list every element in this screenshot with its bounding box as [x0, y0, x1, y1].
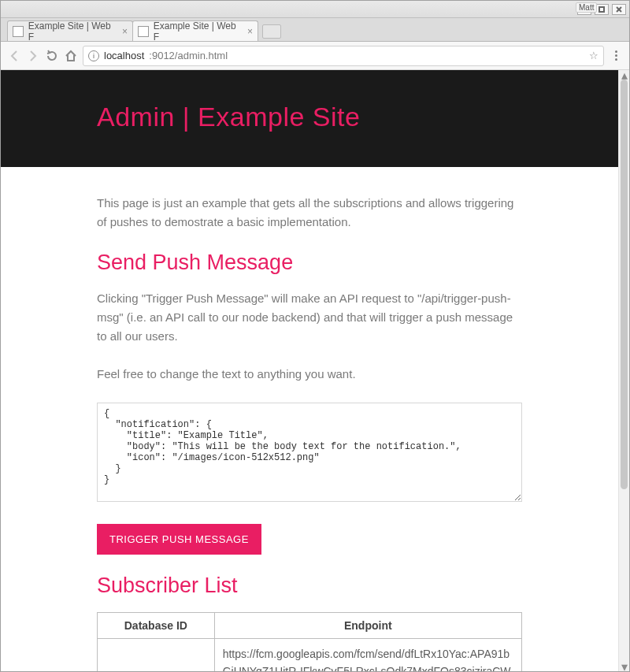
browser-toolbar: i localhost:9012/admin.html ☆	[1, 42, 629, 70]
page-header: Admin | Example Site	[1, 70, 618, 167]
cell-database-id: Iege3Q7Dxz3aVShL	[98, 639, 215, 672]
scrollbar-thumb[interactable]	[621, 80, 628, 489]
send-desc-2: Feel free to change the text to anything…	[97, 365, 522, 384]
address-host: localhost	[104, 50, 144, 61]
intro-text: This page is just an example that gets a…	[97, 194, 522, 232]
scroll-up-icon[interactable]: ▴	[619, 70, 629, 80]
scroll-down-icon[interactable]: ▾	[619, 662, 629, 671]
tab-close-icon[interactable]: ×	[122, 27, 128, 36]
trigger-push-button[interactable]: TRIGGER PUSH MESSAGE	[97, 524, 261, 555]
table-header-row: Database ID Endpoint	[98, 613, 522, 639]
send-desc-1: Clicking "Trigger Push Message" will mak…	[97, 289, 522, 346]
page-title: Admin | Example Site	[97, 102, 522, 132]
favicon-icon	[13, 26, 24, 37]
payload-textarea[interactable]	[97, 403, 522, 502]
maximize-icon	[598, 6, 605, 13]
subscriber-list-heading: Subscriber List	[97, 574, 522, 598]
favicon-icon	[138, 26, 149, 37]
back-button[interactable]	[7, 49, 21, 63]
col-database-id: Database ID	[98, 613, 215, 639]
reload-button[interactable]	[45, 49, 59, 63]
page-viewport: Admin | Example Site This page is just a…	[1, 70, 629, 671]
cell-endpoint: https://fcm.googleapis.com/fcm/send/dfLt…	[214, 639, 521, 672]
home-button[interactable]	[64, 49, 78, 63]
send-push-heading: Send Push Message	[97, 251, 522, 275]
browser-menu-button[interactable]	[609, 49, 623, 63]
window-close-button[interactable]	[612, 4, 626, 15]
col-endpoint: Endpoint	[214, 613, 521, 639]
new-tab-button[interactable]	[262, 24, 281, 39]
close-icon	[616, 6, 622, 13]
forward-button[interactable]	[26, 49, 40, 63]
kebab-menu-icon	[615, 50, 617, 61]
vertical-scrollbar[interactable]: ▴ ▾	[618, 70, 629, 671]
site-info-icon[interactable]: i	[88, 50, 99, 61]
home-icon	[65, 50, 77, 62]
svg-rect-1	[599, 7, 604, 12]
os-titlebar: Matt	[1, 1, 629, 18]
browser-tab-1[interactable]: Example Site | Web F ×	[132, 20, 258, 41]
table-row: Iege3Q7Dxz3aVShL https://fcm.googleapis.…	[98, 639, 522, 672]
tab-title: Example Site | Web F	[28, 20, 117, 43]
address-path: :9012/admin.html	[149, 50, 228, 61]
reload-icon	[46, 50, 58, 62]
tab-close-icon[interactable]: ×	[247, 27, 253, 36]
bookmark-star-icon[interactable]: ☆	[589, 50, 598, 61]
page-content: Admin | Example Site This page is just a…	[1, 70, 618, 671]
browser-window: Matt Example Site | Web F × Example Site…	[0, 0, 630, 672]
tab-title: Example Site | Web F	[154, 20, 243, 43]
subscriber-table: Database ID Endpoint Iege3Q7Dxz3aVShL ht…	[97, 612, 522, 671]
user-badge: Matt	[576, 2, 597, 13]
tab-strip: Example Site | Web F × Example Site | We…	[1, 18, 629, 42]
arrow-left-icon	[8, 50, 20, 62]
browser-tab-0[interactable]: Example Site | Web F ×	[7, 20, 133, 41]
address-bar[interactable]: i localhost:9012/admin.html ☆	[83, 46, 604, 66]
arrow-right-icon	[27, 50, 39, 62]
